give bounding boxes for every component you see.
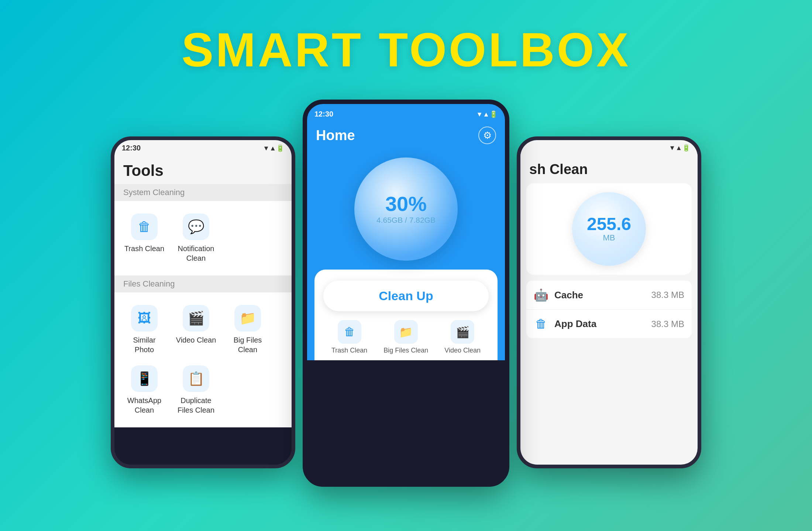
- phone-center: 12:30 ▼▲🔋 Home ⚙ 30% 4.65GB / 7.82GB Cle…: [303, 100, 509, 487]
- tool-duplicate-files[interactable]: 📋 Duplicate Files Clean: [172, 362, 220, 419]
- tool-notification-clean[interactable]: 💬 Notification Clean: [172, 210, 220, 267]
- home-body: 30% 4.65GB / 7.82GB Clean Up 🗑 Trash Cle…: [307, 150, 505, 360]
- center-status-icons: ▼▲🔋: [476, 110, 498, 118]
- tool-video-clean[interactable]: 🎬 Video Clean: [172, 301, 220, 358]
- left-screen-body: Tools System Cleaning 🗑 Trash Clean 💬 No…: [114, 155, 292, 463]
- duplicate-files-label: Duplicate Files Clean: [176, 396, 216, 415]
- files-cleaning-label: Files Cleaning: [114, 275, 292, 292]
- nav-trash-label: Trash Clean: [331, 347, 367, 354]
- video-clean-icon: 🎬: [183, 305, 209, 332]
- right-status-icons: ▼▲🔋: [669, 144, 690, 152]
- cache-size: 38.3 MB: [651, 290, 684, 300]
- system-cleaning-grid: 🗑 Trash Clean 💬 Notification Clean: [114, 201, 292, 275]
- home-bottom-section: Clean Up 🗑 Trash Clean 📁 Big Files Clean…: [314, 270, 498, 360]
- notification-clean-icon: 💬: [183, 214, 209, 240]
- trash-clean-icon: 🗑: [131, 214, 158, 240]
- nav-big-files-clean[interactable]: 📁 Big Files Clean: [383, 320, 428, 354]
- whatsapp-clean-label: WhatsApp Clean: [124, 396, 165, 415]
- center-status-bar: 12:30 ▼▲🔋: [307, 104, 505, 121]
- left-status-icons: ▼▲🔋: [263, 144, 284, 152]
- app-data-size: 38.3 MB: [651, 319, 684, 329]
- phone-right: ▼▲🔋 sh Clean 255.6 MB 🤖 Cache 38.3 MB: [517, 136, 701, 468]
- whatsapp-clean-icon: 📱: [131, 365, 158, 392]
- cache-label: Cache: [554, 289, 646, 301]
- center-screen-body: Home ⚙ 30% 4.65GB / 7.82GB Clean Up: [307, 121, 505, 483]
- right-title: sh Clean: [529, 162, 689, 177]
- video-clean-label: Video Clean: [176, 335, 216, 345]
- notification-clean-label: Notification Clean: [176, 244, 216, 263]
- system-cleaning-label: System Cleaning: [114, 184, 292, 201]
- tools-title: Tools: [123, 162, 283, 180]
- nav-video-label: Video Clean: [444, 347, 481, 354]
- similar-photo-label: Similar Photo: [124, 335, 165, 354]
- home-title: Home: [316, 128, 355, 143]
- storage-circle: 30% 4.65GB / 7.82GB: [354, 157, 458, 261]
- nav-video-icon: 🎬: [451, 320, 474, 344]
- home-header: Home ⚙: [307, 121, 505, 150]
- right-screen-body: sh Clean 255.6 MB 🤖 Cache 38.3 MB 🗑 App: [520, 154, 698, 468]
- list-item-cache[interactable]: 🤖 Cache 38.3 MB: [526, 281, 692, 310]
- duplicate-files-icon: 📋: [183, 365, 209, 392]
- right-storage-unit: MB: [603, 233, 615, 243]
- right-storage-circle: 255.6 MB: [572, 192, 646, 266]
- right-header: sh Clean: [520, 154, 698, 183]
- app-data-label: App Data: [554, 318, 646, 330]
- storage-percent: 30%: [376, 194, 436, 214]
- tool-big-files-clean[interactable]: 📁 Big Files Clean: [224, 301, 272, 358]
- settings-icon[interactable]: ⚙: [478, 126, 496, 144]
- list-item-app-data[interactable]: 🗑 App Data 38.3 MB: [526, 310, 692, 338]
- big-files-icon: 📁: [234, 305, 261, 332]
- nav-video-clean[interactable]: 🎬 Video Clean: [444, 320, 481, 354]
- nav-trash-clean[interactable]: 🗑 Trash Clean: [331, 320, 367, 354]
- right-storage-section: 255.6 MB: [526, 183, 692, 275]
- clean-up-button[interactable]: Clean Up: [323, 281, 489, 311]
- page-title: SMART TOOLBOX: [182, 22, 631, 77]
- nav-trash-icon: 🗑: [338, 320, 361, 344]
- tools-header: Tools: [114, 155, 292, 184]
- tool-similar-photo[interactable]: 🖼 Similar Photo: [120, 301, 168, 358]
- cache-icon: 🤖: [534, 288, 548, 302]
- tool-whatsapp-clean[interactable]: 📱 WhatsApp Clean: [120, 362, 168, 419]
- storage-info: 30% 4.65GB / 7.82GB: [376, 194, 436, 225]
- phone-left: 12:30 ▼▲🔋 Tools System Cleaning 🗑 Trash …: [111, 136, 295, 468]
- home-nav-grid: 🗑 Trash Clean 📁 Big Files Clean 🎬 Video …: [323, 311, 489, 360]
- trash-clean-label: Trash Clean: [124, 244, 164, 253]
- nav-big-files-label: Big Files Clean: [383, 347, 428, 354]
- right-list: 🤖 Cache 38.3 MB 🗑 App Data 38.3 MB: [526, 281, 692, 338]
- files-cleaning-grid: 🖼 Similar Photo 🎬 Video Clean 📁 Big File…: [114, 292, 292, 427]
- right-status-bar: ▼▲🔋: [520, 140, 698, 154]
- big-files-label: Big Files Clean: [227, 335, 268, 354]
- phones-container: 12:30 ▼▲🔋 Tools System Cleaning 🗑 Trash …: [74, 100, 738, 505]
- center-status-time: 12:30: [314, 110, 333, 118]
- right-storage-number: 255.6: [587, 215, 631, 233]
- app-data-icon: 🗑: [534, 317, 548, 331]
- storage-size: 4.65GB / 7.82GB: [376, 216, 436, 225]
- nav-big-files-icon: 📁: [394, 320, 418, 344]
- left-status-bar: 12:30 ▼▲🔋: [114, 140, 292, 155]
- similar-photo-icon: 🖼: [131, 305, 158, 332]
- tool-trash-clean[interactable]: 🗑 Trash Clean: [120, 210, 168, 267]
- left-status-time: 12:30: [122, 144, 141, 152]
